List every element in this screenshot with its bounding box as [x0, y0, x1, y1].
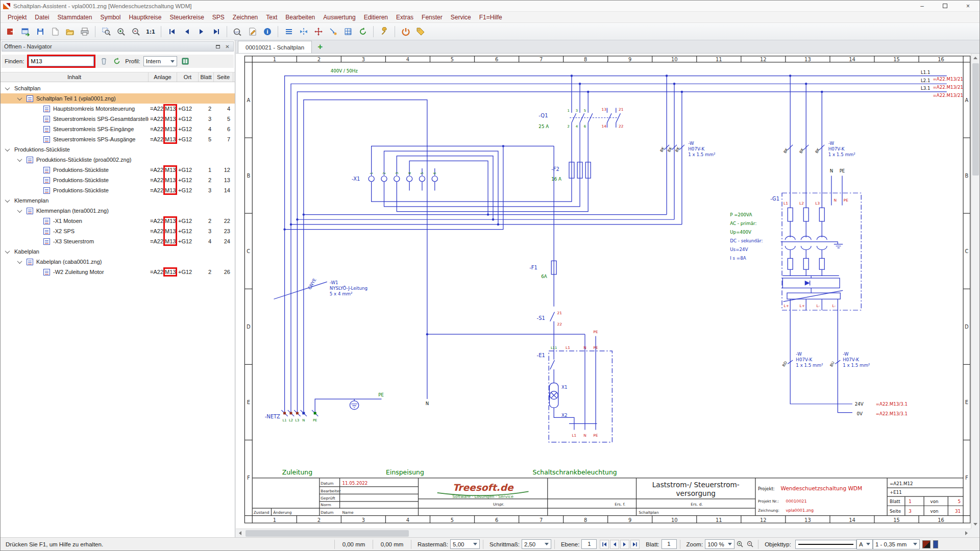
- scroll-right-icon[interactable]: [962, 529, 971, 538]
- last-sheet-icon[interactable]: [209, 24, 223, 38]
- vertical-scrollbar[interactable]: [971, 54, 979, 529]
- scroll-left-icon[interactable]: [236, 529, 244, 538]
- tree-row[interactable]: Schaltplan Teil 1 (vpla0001.zng): [1, 93, 235, 104]
- menu-item[interactable]: Stammdaten: [53, 13, 96, 22]
- tree-row[interactable]: -X1 Motoen=A22.M13+G12222: [1, 216, 235, 226]
- menu-item[interactable]: Text: [262, 13, 281, 22]
- tree-row[interactable]: Steuerstromkreis SPS-Eingänge=A22.M13+G1…: [1, 124, 235, 134]
- tree-row[interactable]: Produktions-Stückliste=A22.M13+G12112: [1, 165, 235, 175]
- schritt-select[interactable]: 2,50: [522, 539, 551, 549]
- print-icon[interactable]: [78, 24, 91, 38]
- close-panel-icon[interactable]: ✕: [224, 43, 231, 51]
- last-sheet-status-icon[interactable]: [630, 540, 640, 549]
- minimize-button[interactable]: –: [911, 1, 934, 11]
- menu-item[interactable]: Extras: [392, 13, 418, 22]
- horizontal-scrollbar[interactable]: [236, 529, 971, 537]
- exit-project-icon[interactable]: [4, 24, 17, 38]
- new-sheet-icon[interactable]: [48, 24, 62, 38]
- maximize-button[interactable]: [934, 1, 957, 11]
- zoom-out-icon[interactable]: [129, 24, 142, 38]
- menu-item[interactable]: Steuerkreise: [165, 13, 208, 22]
- menu-item[interactable]: Editieren: [360, 13, 392, 22]
- clear-trash-icon[interactable]: [99, 56, 109, 66]
- tree-row[interactable]: Hauptstromkreis Motorsteuerung=A22.M13+G…: [1, 104, 235, 114]
- zoom-window-icon[interactable]: [99, 24, 113, 38]
- pen-select[interactable]: 1 - 0,35 mm: [873, 539, 920, 549]
- column-header-seite[interactable]: Seite: [214, 72, 233, 82]
- menu-item[interactable]: F1=Hilfe: [475, 13, 506, 22]
- expander-icon[interactable]: [5, 248, 10, 254]
- expander-icon[interactable]: [5, 146, 10, 152]
- tree-row[interactable]: Kabelplan: [1, 246, 235, 257]
- book-icon[interactable]: [180, 56, 190, 66]
- settings-wrench-icon[interactable]: [377, 24, 391, 38]
- next-sheet-icon[interactable]: [194, 24, 208, 38]
- first-sheet-status-icon[interactable]: [600, 540, 609, 549]
- info-icon[interactable]: i: [260, 24, 274, 38]
- tree-row[interactable]: -W2 Zuleitung Motor=A22.M13+G12226: [1, 267, 235, 277]
- edit-properties-icon[interactable]: [246, 24, 259, 38]
- menu-item[interactable]: SPS: [208, 13, 229, 22]
- raster-select[interactable]: 5,00: [450, 539, 480, 549]
- open-icon[interactable]: [63, 24, 77, 38]
- snap-icon[interactable]: [326, 24, 340, 38]
- tree-row[interactable]: Steuerstromkreis SPS-Ausgänge=A22.M13+G1…: [1, 134, 235, 144]
- menu-item[interactable]: Service: [447, 13, 475, 22]
- first-sheet-icon[interactable]: [165, 24, 179, 38]
- tags-icon[interactable]: [413, 24, 427, 38]
- expander-icon[interactable]: [5, 85, 10, 90]
- menu-item[interactable]: Projekt: [4, 13, 31, 22]
- zoom-select[interactable]: 100 %: [705, 539, 734, 549]
- menu-item[interactable]: Datei: [31, 13, 53, 22]
- column-header-blatt[interactable]: Blatt: [199, 72, 214, 82]
- tree-row[interactable]: Produktions-Stückliste: [1, 144, 235, 155]
- new-tab-button[interactable]: +: [315, 42, 325, 52]
- menu-item[interactable]: Fenster: [418, 13, 447, 22]
- profil-select[interactable]: Intern: [143, 56, 177, 66]
- close-button[interactable]: ×: [957, 1, 979, 11]
- column-header-anlage[interactable]: Anlage: [149, 72, 177, 82]
- column-header-ort[interactable]: Ort: [177, 72, 199, 82]
- secondary-color-swatch[interactable]: [933, 540, 938, 548]
- zoom-in-status-icon[interactable]: [734, 539, 745, 549]
- vertical-scroll-thumb[interactable]: [972, 63, 979, 176]
- scroll-down-icon[interactable]: [971, 520, 980, 529]
- move-icon[interactable]: [311, 24, 325, 38]
- zoom-in-icon[interactable]: [114, 24, 128, 38]
- expander-icon[interactable]: [5, 197, 10, 203]
- color-swatch[interactable]: [922, 540, 930, 548]
- tree-row[interactable]: Steuerstromkreis SPS-Gesamtdarstellung=A…: [1, 114, 235, 124]
- open-project-icon[interactable]: [18, 24, 32, 38]
- tree-row[interactable]: Klemmenplan: [1, 195, 235, 206]
- scroll-up-icon[interactable]: [971, 54, 980, 62]
- menu-item[interactable]: Zeichnen: [229, 13, 262, 22]
- menu-item[interactable]: Hauptkreise: [125, 13, 165, 22]
- layers-icon[interactable]: [282, 24, 296, 38]
- tree-row[interactable]: -X2 SPS=A22.M13+G12323: [1, 226, 235, 236]
- column-header-inhalt[interactable]: Inhalt: [1, 72, 149, 82]
- find-input[interactable]: [29, 56, 94, 66]
- expander-icon[interactable]: [17, 259, 22, 264]
- zoom-1-1-icon[interactable]: 1:1: [143, 24, 157, 38]
- horizontal-scroll-thumb[interactable]: [246, 530, 409, 537]
- rotate-icon[interactable]: [356, 24, 370, 38]
- menu-item[interactable]: Bearbeiten: [281, 13, 319, 22]
- mirror-icon[interactable]: [297, 24, 310, 38]
- tree-row[interactable]: Klemmenplan (tera0001.zng): [1, 206, 235, 216]
- zoom-out-status-icon[interactable]: [745, 539, 755, 549]
- tree-row[interactable]: Kabelplan (caba0001.zng): [1, 257, 235, 267]
- tree-row[interactable]: Produktions-Stückliste (proa0002.zng): [1, 155, 235, 165]
- tree-row[interactable]: Produktions-Stückliste=A22.M13+G12213: [1, 175, 235, 185]
- goto-sheet-icon[interactable]: 123: [231, 24, 244, 38]
- ebene-input[interactable]: 1: [581, 539, 597, 549]
- font-select[interactable]: A: [856, 539, 873, 549]
- expander-icon[interactable]: [17, 157, 22, 162]
- refresh-icon[interactable]: [112, 56, 122, 66]
- tree-row[interactable]: Produktions-Stückliste=A22.M13+G12314: [1, 185, 235, 195]
- save-project-icon[interactable]: [33, 24, 47, 38]
- float-panel-icon[interactable]: [214, 43, 222, 51]
- linetype-preview[interactable]: [795, 540, 856, 549]
- tree-row[interactable]: Schaltplan: [1, 83, 235, 93]
- menu-item[interactable]: Symbol: [96, 13, 125, 22]
- expander-icon[interactable]: [17, 208, 22, 213]
